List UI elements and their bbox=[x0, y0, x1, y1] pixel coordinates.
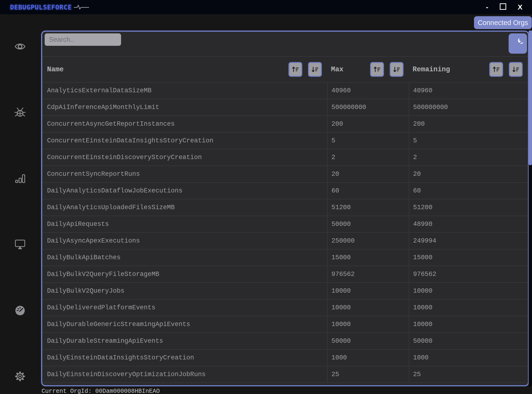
table-header: Name Max bbox=[42, 56, 528, 83]
cell-remaining: 50000 bbox=[409, 333, 528, 349]
cell-remaining: 40960 bbox=[409, 83, 528, 99]
cell-remaining: 10000 bbox=[409, 316, 528, 332]
table-row: ConcurrentEinsteinDiscoveryStoryCreation… bbox=[42, 149, 528, 166]
table-row: CdpAiInferenceApiMonthlyLimit50000000050… bbox=[42, 99, 528, 116]
refresh-icon bbox=[513, 39, 523, 49]
bar-chart-icon bbox=[14, 173, 26, 184]
sort-descending-button[interactable] bbox=[390, 62, 404, 77]
vertical-scrollbar[interactable] bbox=[529, 31, 532, 386]
scrollbar-thumb[interactable] bbox=[529, 31, 532, 165]
table-row: DailyEinsteinDiscoveryOptimizationJobRun… bbox=[42, 366, 528, 383]
monitor-icon bbox=[14, 238, 26, 250]
sort-descending-button[interactable] bbox=[308, 62, 322, 77]
table-row: ConcurrentSyncReportRuns2020 bbox=[42, 166, 528, 183]
sidebar-item-stats[interactable] bbox=[14, 173, 26, 184]
column-label: Max bbox=[327, 66, 343, 73]
cell-max: 25 bbox=[327, 366, 409, 383]
gauge-icon bbox=[14, 305, 26, 316]
sort-ascending-button[interactable] bbox=[370, 62, 384, 77]
cell-remaining: 1000 bbox=[409, 350, 528, 366]
eye-icon bbox=[14, 41, 26, 52]
cell-name: DailyApiRequests bbox=[42, 216, 327, 232]
connected-orgs-button[interactable]: Connected Orgs bbox=[474, 16, 532, 29]
cell-max: 976562 bbox=[327, 266, 409, 282]
cell-name: DailyEinsteinDataInsightsStoryCreation bbox=[42, 350, 327, 366]
table-row: DailyBulkV2QueryFileStorageMB97656297656… bbox=[42, 266, 528, 283]
table-row: ConcurrentEinsteinDataInsightsStoryCreat… bbox=[42, 133, 528, 149]
column-label: Remaining bbox=[409, 66, 450, 73]
cell-name: ConcurrentEinsteinDataInsightsStoryCreat… bbox=[42, 133, 327, 149]
gear-icon bbox=[14, 371, 26, 382]
cell-name: DailyEinsteinDiscoveryOptimizationJobRun… bbox=[42, 366, 327, 383]
sort-descending-button[interactable] bbox=[509, 62, 523, 77]
table-row: DailyAsyncApexExecutions250000249994 bbox=[42, 233, 528, 249]
cell-max: 2 bbox=[327, 149, 409, 166]
limits-panel: Name Max bbox=[41, 31, 529, 386]
cell-name: CdpAiInferenceApiMonthlyLimit bbox=[42, 99, 327, 115]
app-logo: DEBUGPULSEFORCE bbox=[10, 0, 90, 14]
cell-max: 50000 bbox=[327, 216, 409, 232]
window-controls: - X bbox=[486, 0, 522, 14]
maximize-icon bbox=[500, 3, 506, 10]
cell-remaining: 249994 bbox=[409, 233, 528, 249]
cell-max: 40960 bbox=[327, 83, 409, 99]
search-input[interactable] bbox=[45, 33, 121, 46]
sidebar-item-monitor[interactable] bbox=[14, 238, 26, 250]
cell-name: DailyBulkV2QueryFileStorageMB bbox=[42, 266, 327, 282]
cell-remaining: 200 bbox=[409, 116, 528, 132]
maximize-button[interactable] bbox=[500, 3, 506, 11]
table-row: DailyBulkApiBatches1500015000 bbox=[42, 249, 528, 266]
cell-max: 10000 bbox=[327, 316, 409, 332]
limits-table: Name Max bbox=[42, 56, 528, 383]
bug-icon bbox=[14, 106, 26, 118]
refresh-button[interactable] bbox=[509, 33, 527, 54]
cell-max: 1000 bbox=[327, 350, 409, 366]
cell-max: 500000000 bbox=[327, 99, 409, 115]
cell-remaining: 15000 bbox=[409, 249, 528, 266]
current-org-status: Current OrgId: 00Dam000008HBInEAO bbox=[42, 388, 160, 394]
table-row: ConcurrentAsyncGetReportInstances200200 bbox=[42, 116, 528, 133]
cell-remaining: 10000 bbox=[409, 283, 528, 299]
cell-max: 200 bbox=[327, 116, 409, 132]
sidebar-item-debug[interactable] bbox=[14, 106, 26, 118]
sort-ascending-button[interactable] bbox=[288, 62, 302, 77]
sidebar-item-dashboard[interactable] bbox=[14, 305, 26, 316]
cell-name: DailyAnalyticsUploadedFilesSizeMB bbox=[42, 199, 327, 216]
cell-name: ConcurrentAsyncGetReportInstances bbox=[42, 116, 327, 132]
cell-name: DailyDurableStreamingApiEvents bbox=[42, 333, 327, 349]
titlebar: DEBUGPULSEFORCE - X bbox=[0, 0, 532, 14]
cell-name: ConcurrentSyncReportRuns bbox=[42, 166, 327, 182]
table-row: DailyAnalyticsUploadedFilesSizeMB5120051… bbox=[42, 199, 528, 216]
cell-remaining: 20 bbox=[409, 166, 528, 182]
sort-ascending-button[interactable] bbox=[489, 62, 503, 77]
table-row: DailyDurableStreamingApiEvents5000050000 bbox=[42, 333, 528, 350]
table-row: AnalyticsExternalDataSizeMB4096040960 bbox=[42, 83, 528, 99]
cell-remaining: 5 bbox=[409, 133, 528, 149]
pulse-icon bbox=[74, 4, 90, 10]
cell-max: 15000 bbox=[327, 249, 409, 266]
close-button[interactable]: X bbox=[518, 4, 522, 11]
table-row: DailyDeliveredPlatformEvents1000010000 bbox=[42, 300, 528, 316]
cell-max: 51200 bbox=[327, 199, 409, 216]
minimize-button[interactable]: - bbox=[486, 4, 488, 11]
table-row: DailyEinsteinDataInsightsStoryCreation10… bbox=[42, 350, 528, 366]
cell-remaining: 60 bbox=[409, 183, 528, 199]
cell-max: 5 bbox=[327, 133, 409, 149]
sidebar-item-settings[interactable] bbox=[14, 371, 26, 382]
table-row: DailyBulkV2QueryJobs1000010000 bbox=[42, 283, 528, 300]
column-header-name: Name bbox=[42, 57, 327, 82]
column-label: Name bbox=[42, 66, 64, 73]
cell-name: DailyBulkApiBatches bbox=[42, 249, 327, 266]
cell-remaining: 48990 bbox=[409, 216, 528, 232]
sidebar-item-watch[interactable] bbox=[14, 41, 26, 52]
cell-remaining: 51200 bbox=[409, 199, 528, 216]
cell-name: DailyDurableGenericStreamingApiEvents bbox=[42, 316, 327, 332]
cell-remaining: 976562 bbox=[409, 266, 528, 282]
cell-max: 20 bbox=[327, 166, 409, 182]
cell-remaining: 2 bbox=[409, 149, 528, 166]
cell-name: DailyAsyncApexExecutions bbox=[42, 233, 327, 249]
cell-max: 60 bbox=[327, 183, 409, 199]
cell-name: DailyAnalyticsDataflowJobExecutions bbox=[42, 183, 327, 199]
cell-remaining: 500000000 bbox=[409, 99, 528, 115]
column-header-max: Max bbox=[327, 57, 409, 82]
